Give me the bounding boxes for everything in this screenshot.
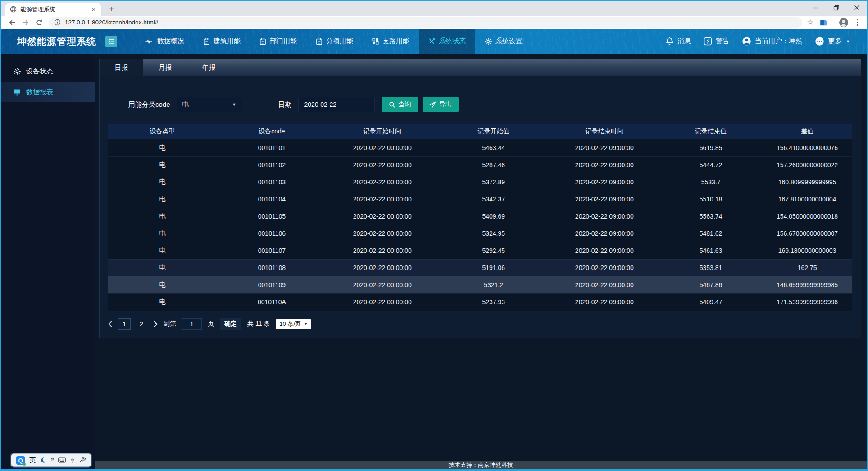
extension-icon[interactable] [819,18,827,27]
nav-more[interactable]: 更多▼ [815,37,850,46]
table-cell: 2020-02-22 00:00:00 [327,276,438,293]
chevron-down-icon: ▼ [304,322,308,326]
pulse-icon [145,38,154,45]
user-icon [742,37,751,46]
table-cell: 2020-02-22 00:00:00 [327,156,438,174]
info-icon[interactable] [54,19,61,26]
nav-item-data-overview[interactable]: 数据概况 [136,29,194,54]
nav-item-label: 分项用能 [326,37,353,46]
table-row[interactable]: 电0010110A2020-02-22 00:00:005237.932020-… [108,293,852,311]
window-controls [805,1,867,14]
nav-messages[interactable]: 消息 [665,37,691,46]
column-header: 差值 [762,124,852,139]
date-input[interactable] [298,97,375,112]
restore-button[interactable] [826,1,846,14]
minimize-button[interactable] [805,1,826,14]
grid-icon [372,38,379,45]
forward-button[interactable] [19,17,32,28]
page-button[interactable]: 2 [135,318,148,330]
page-button[interactable]: 1 [118,318,131,330]
table-cell: 00101109 [217,276,327,293]
table-row[interactable]: 电001011072020-02-22 00:00:005292.452020-… [108,242,852,259]
refresh-button[interactable] [32,17,46,28]
export-button[interactable]: 导出 [423,97,459,112]
browser-tab[interactable]: 能源管理系统 × [5,3,101,16]
ime-language-toggle[interactable]: 英 [29,456,36,464]
table-cell: 171.53999999999996 [762,293,852,311]
ime-logo-icon[interactable]: Q [16,456,25,465]
browser-menu-icon[interactable] [854,19,861,26]
goto-page-input[interactable] [182,318,202,330]
close-button[interactable] [846,1,867,14]
bell-icon [665,37,674,46]
nav-right-label: 警告 [716,37,729,46]
table-row[interactable]: 电001011012020-02-22 00:00:005463.442020-… [108,139,852,156]
report-table: 设备类型设备code记录开始时间记录开始值记录结束时间记录结束值差值 电0010… [108,124,852,311]
next-page-icon[interactable] [154,321,158,327]
search-button[interactable]: 查询 [382,97,418,112]
nav-item-department-energy[interactable]: 部门用能 [250,29,306,54]
table-row[interactable]: 电001011052020-02-22 00:00:005409.692020-… [108,208,852,225]
table-row[interactable]: 电001011022020-02-22 00:00:005287.462020-… [108,156,852,174]
table-cell: 2020-02-22 09:00:00 [550,276,659,293]
export-button-label: 导出 [439,101,452,109]
table-cell: 5321.2 [438,276,550,293]
table-cell: 2020-02-22 09:00:00 [550,242,659,259]
punctuation-icon[interactable]: ’’ [51,457,54,464]
gear-icon [14,68,21,75]
nav-item-system-settings[interactable]: 系统设置 [475,29,532,54]
tab-yearly[interactable]: 年报 [187,59,231,76]
category-select[interactable]: 电 ▼ [177,97,242,112]
tab-daily[interactable]: 日报 [100,59,143,76]
column-header: 设备类型 [108,124,217,139]
ime-tool-icon[interactable] [70,457,75,463]
keyboard-icon[interactable] [58,457,66,463]
nav-current-user[interactable]: 当前用户：坤然 [742,37,802,46]
app-navbar: 坤然能源管理系统 数据概况建筑用能部门用能分项用能支路用能系统状态系统设置 消息… [1,29,867,54]
table-cell: 5463.44 [438,139,550,156]
table-cell: 2020-02-22 00:00:00 [327,139,438,156]
profile-avatar[interactable] [839,18,849,27]
page-size-select[interactable]: 10 条/页 ▼ [276,319,311,329]
sidebar-item-data-report[interactable]: 数据报表 [1,82,95,102]
table-cell: 5372.89 [438,174,550,191]
table-cell: 156.67000000000007 [762,225,852,242]
table-row[interactable]: 电001011042020-02-22 00:00:005342.372020-… [108,191,852,208]
browser-tab-strip: 能源管理系统 × + [1,1,867,16]
nav-alerts[interactable]: 警告 [704,37,729,46]
url-text: 127.0.0.1:8020/krznnh/index.html# [65,19,158,26]
bookmark-star-icon[interactable]: ☆ [807,18,813,26]
confirm-button[interactable]: 确定 [220,318,241,330]
table-cell: 00101102 [217,156,327,174]
table-cell: 5444.72 [659,156,762,174]
moon-icon[interactable] [40,457,46,463]
address-bar: 127.0.0.1:8020/krznnh/index.html# ☆ [1,16,867,29]
table-cell: 电 [108,191,217,208]
prev-page-icon[interactable] [108,321,112,327]
divider [833,18,833,27]
nav-item-building-energy[interactable]: 建筑用能 [194,29,250,54]
table-row[interactable]: 电001011082020-02-22 00:00:005191.062020-… [108,259,852,276]
nav-item-branch-energy[interactable]: 支路用能 [363,29,419,54]
table-row[interactable]: 电001011092020-02-22 00:00:005321.22020-0… [108,276,852,293]
wrench-icon[interactable] [80,457,86,463]
tab-monthly[interactable]: 月报 [143,59,187,76]
nav-item-label: 支路用能 [382,37,409,46]
collapse-menu-icon[interactable] [105,36,117,47]
tab-close-icon[interactable]: × [90,5,97,13]
nav-item-item-energy[interactable]: 分项用能 [306,29,363,54]
sidebar-item-device-status[interactable]: 设备状态 [1,61,95,82]
url-field[interactable]: 127.0.0.1:8020/krznnh/index.html# [49,17,802,28]
nav-item-system-status[interactable]: 系统状态 [419,29,475,54]
page-size-value: 10 条/页 [279,320,301,328]
column-header: 记录开始时间 [327,124,438,139]
back-button[interactable] [5,17,19,28]
ime-toolbar[interactable]: Q 英 ’’ [11,453,91,467]
globe-favicon-icon [10,6,17,13]
table-header-row: 设备类型设备code记录开始时间记录开始值记录结束时间记录结束值差值 [108,124,852,139]
table-row[interactable]: 电001011062020-02-22 00:00:005324.952020-… [108,225,852,242]
main-column: 日报月报年报 用能分类code 电 ▼ 日期 查询 [95,54,867,469]
browser-window: 能源管理系统 × + 127.0.0.1:8020/krznnh/index.h… [0,0,868,471]
new-tab-button[interactable]: + [105,4,118,14]
table-row[interactable]: 电001011032020-02-22 00:00:005372.892020-… [108,174,852,191]
